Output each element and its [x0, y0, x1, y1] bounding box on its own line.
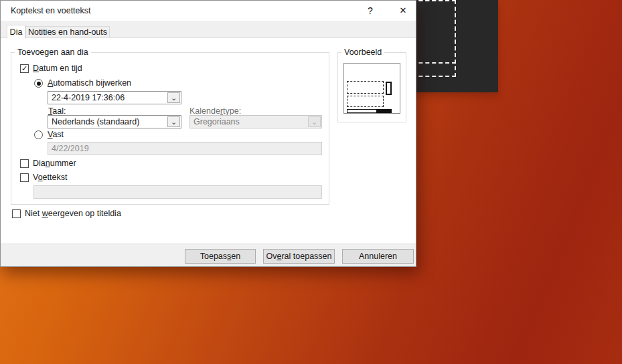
chevron-down-icon: ⌄	[308, 116, 321, 127]
date-time-label: Datum en tijd	[33, 64, 82, 74]
calendar-type-value: Gregoriaans	[190, 116, 307, 128]
preview-body-placeholder	[347, 96, 384, 107]
date-format-combobox[interactable]: 22-4-2019 17:36:06 ⌄	[48, 91, 181, 104]
preview-title-placeholder	[347, 81, 384, 94]
language-combobox[interactable]: Nederlands (standaard) ⌄	[48, 115, 181, 128]
auto-update-radio[interactable]	[34, 79, 43, 88]
header-footer-dialog: Koptekst en voettekst ? ✕ Dia Notities e…	[0, 0, 416, 267]
footer-text-input	[33, 185, 322, 199]
preview-group-label: Voorbeeld	[341, 48, 384, 57]
dialog-titlebar: Koptekst en voettekst ? ✕	[1, 1, 416, 21]
close-button[interactable]: ✕	[394, 1, 412, 21]
preview-slide-number-placeholder	[386, 82, 392, 95]
slide-number-checkbox[interactable]	[20, 159, 29, 168]
calendar-type-combobox: Gregoriaans ⌄	[189, 115, 322, 128]
help-icon: ?	[368, 5, 373, 16]
hide-on-title-slide-label: Niet weergeven op titeldia	[25, 209, 121, 219]
fixed-date-label: Vast	[48, 130, 64, 140]
close-icon: ✕	[400, 5, 407, 15]
auto-update-label: Automatisch bijwerken	[48, 78, 131, 88]
fixed-date-radio[interactable]	[34, 130, 43, 139]
slide-number-label: Dianummer	[33, 159, 76, 169]
check-icon: ✓	[21, 64, 27, 72]
apply-all-button[interactable]: Overal toepassen	[263, 249, 335, 264]
apply-button[interactable]: Toepassen	[185, 249, 256, 264]
powerpoint-slide-background: e . en. Koptekst en voettekst ? ✕ Dia No…	[0, 0, 622, 364]
help-button[interactable]: ?	[361, 1, 380, 21]
preview-footer-placeholder	[347, 109, 377, 113]
add-to-slide-group-label: Toevoegen aan dia	[15, 48, 91, 57]
chevron-down-icon[interactable]: ⌄	[167, 92, 180, 103]
tab-dia[interactable]: Dia	[7, 25, 25, 39]
hide-on-title-slide-checkbox[interactable]	[12, 209, 21, 218]
date-format-value: 22-4-2019 17:36:06	[48, 92, 167, 104]
chevron-down-icon[interactable]: ⌄	[167, 116, 180, 127]
cancel-button[interactable]: Annuleren	[342, 249, 414, 264]
dialog-title: Koptekst en voettekst	[11, 1, 91, 21]
language-value: Nederlands (standaard)	[48, 116, 167, 128]
preview-date-placeholder-highlighted	[377, 109, 392, 113]
footer-checkbox[interactable]	[20, 173, 29, 182]
date-time-checkbox[interactable]: ✓	[20, 64, 29, 73]
preview-slide-thumbnail	[343, 63, 400, 114]
footer-label: Voettekst	[33, 173, 67, 183]
tab-notities-en-hand-outs[interactable]: Notities en hand-outs	[25, 26, 110, 37]
fixed-date-input: 4/22/2019	[48, 142, 322, 155]
preview-footer-bar	[347, 109, 392, 113]
